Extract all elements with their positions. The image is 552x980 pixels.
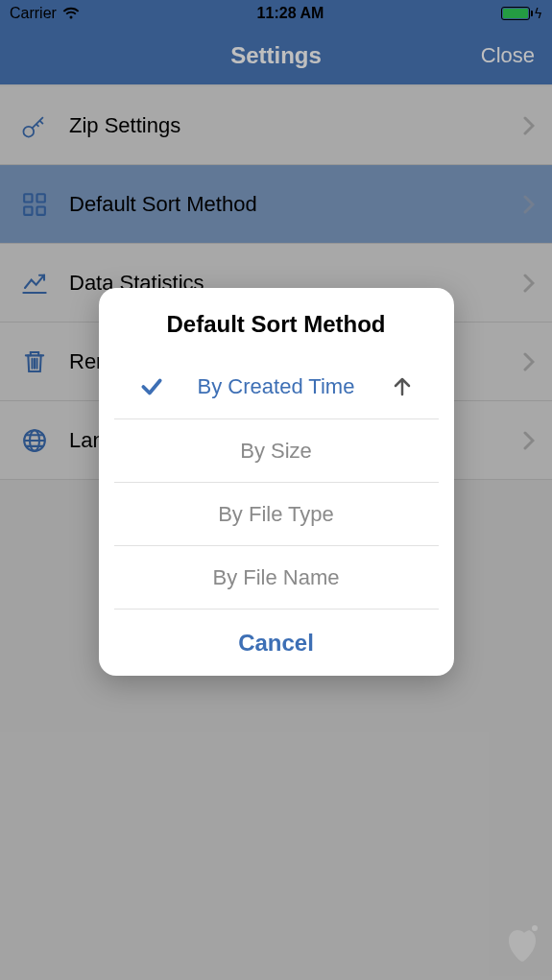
option-label: By File Type — [218, 502, 334, 527]
option-label: By Created Time — [198, 374, 355, 399]
option-by-size[interactable]: By Size — [114, 418, 439, 482]
modal-overlay[interactable]: Default Sort Method By Created Time By S… — [0, 0, 552, 980]
watermark-icon — [492, 920, 546, 974]
sheet-options: By Created Time By Size By File Type By … — [114, 355, 439, 609]
cancel-button[interactable]: Cancel — [114, 609, 439, 676]
arrow-up-icon[interactable] — [391, 375, 414, 398]
settings-screen: Carrier 11:28 AM ϟ Settings Close Zip Se… — [0, 0, 552, 980]
sort-method-sheet: Default Sort Method By Created Time By S… — [99, 288, 454, 676]
sheet-title: Default Sort Method — [99, 288, 454, 355]
option-label: By File Name — [212, 565, 339, 590]
option-by-created-time[interactable]: By Created Time — [130, 355, 423, 418]
option-by-file-type[interactable]: By File Type — [114, 482, 439, 545]
svg-point-7 — [532, 925, 538, 931]
option-by-file-name[interactable]: By File Name — [114, 545, 439, 609]
check-icon — [139, 374, 164, 399]
option-label: By Size — [240, 439, 312, 464]
